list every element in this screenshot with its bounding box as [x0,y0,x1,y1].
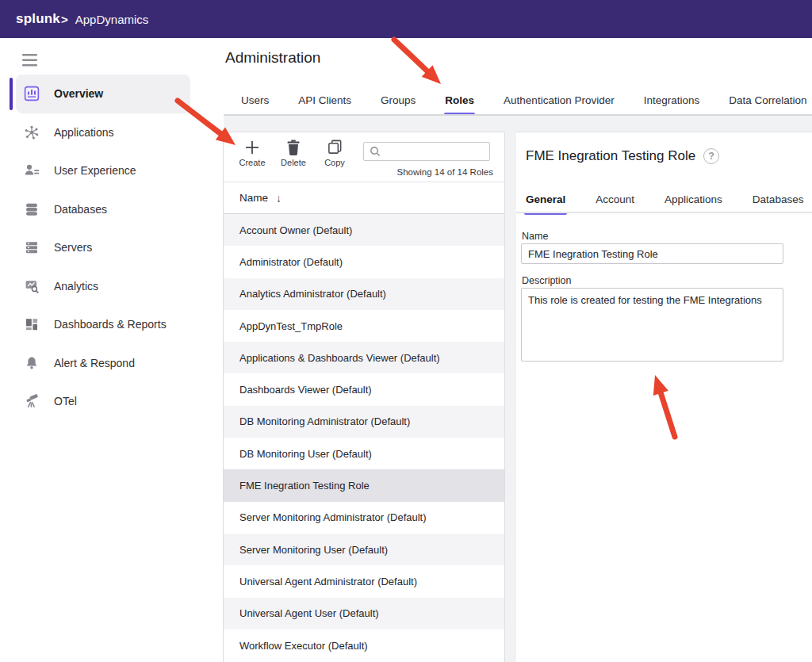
top-bar: splunk> AppDynamics [0,0,812,38]
role-name-text: Workflow Executor (Default) [239,640,368,652]
sidebar-item-label: Applications [54,126,114,139]
roles-panel: Create Delete Copy [223,132,505,662]
splunk-logo-caret: > [61,13,68,26]
sidebar-item-analytics[interactable]: Analytics [16,267,190,306]
role-name-text: DB Monitoring Administrator (Default) [239,415,410,427]
roles-list: Account Owner (Default)Administrator (De… [224,214,504,661]
tab-roles[interactable]: Roles [445,86,474,115]
page-title: Administration [225,49,320,67]
tab-integrations[interactable]: Integrations [644,86,700,115]
role-row-appdyntest-tmprole[interactable]: AppDynTest_TmpRole [224,310,504,342]
role-name-text: Universal Agent User (Default) [239,607,379,619]
otel-icon [24,393,40,409]
sidebar-item-dashboards-reports[interactable]: Dashboards & Reports [16,305,190,344]
roles-list-header: Name ↓ [224,182,504,214]
tab-api-clients[interactable]: API Clients [298,86,351,115]
role-detail-title-row: FME Inegration Testing Role ? [526,148,719,164]
tab-users[interactable]: Users [241,86,269,115]
annotation-arrow-roles-tab [394,40,441,84]
active-item-accent [10,78,13,110]
detail-tab-general[interactable]: General [526,185,565,213]
role-detail-panel: FME Inegration Testing Role ? GeneralAcc… [516,132,812,662]
dashboards-reports-icon [24,316,40,332]
sidebar-item-label: Alert & Respond [54,357,135,369]
role-name-text: Universal Agent Administrator (Default) [239,576,417,587]
role-description-textarea[interactable]: This role is created for testing the FME… [521,288,783,362]
sidebar-item-label: Servers [54,241,92,254]
product-name: AppDynamics [75,13,149,26]
trash-icon [285,138,301,156]
role-row-account-owner-default[interactable]: Account Owner (Default) [224,214,504,246]
hamburger-menu-icon[interactable] [22,54,38,67]
roles-toolbar: Create Delete Copy [224,132,504,182]
role-name-text: DB Monitoring User (Default) [239,448,372,460]
sidebar: OverviewApplicationsUser ExperienceDatab… [0,38,206,662]
role-name-text: Account Owner (Default) [239,224,352,236]
detail-tab-divider [516,212,812,213]
content-background-band [224,116,812,132]
role-row-applications-dashboards-viewer-default[interactable]: Applications & Dashboards Viewer (Defaul… [224,342,504,373]
tab-data-correlation[interactable]: Data Correlation [729,86,806,115]
user-experience-icon [24,163,40,178]
copy-button-label: Copy [324,158,345,167]
detail-tabs: GeneralAccountApplicationsDatabases [526,185,803,213]
sidebar-item-applications[interactable]: Applications [16,113,190,152]
delete-button[interactable]: Delete [274,138,312,167]
sidebar-item-overview[interactable]: Overview [16,75,190,113]
databases-icon [24,201,40,217]
role-name-input[interactable] [521,243,783,264]
sidebar-item-label: Databases [54,203,107,216]
role-row-workflow-executor-default[interactable]: Workflow Executor (Default) [224,629,504,661]
panel-gap [505,132,516,662]
analytics-icon [24,278,40,294]
search-icon [370,146,381,157]
search-input[interactable] [385,145,484,158]
role-name-text: FME Inegration Testing Role [239,480,370,492]
tab-groups[interactable]: Groups [381,86,416,115]
detail-tab-account[interactable]: Account [596,185,634,213]
alert-respond-icon [24,355,40,371]
admin-tabs: UsersAPI ClientsGroupsRolesAuthenticatio… [241,86,807,115]
sort-descending-icon[interactable]: ↓ [276,192,282,205]
role-row-server-monitoring-user-default[interactable]: Server Monitoring User (Default) [224,534,504,565]
splunk-logo: splunk [16,11,60,27]
role-row-db-monitoring-administrator-default[interactable]: DB Monitoring Administrator (Default) [224,406,504,438]
name-field-label: Name [522,231,548,242]
role-row-universal-agent-user-default[interactable]: Universal Agent User (Default) [224,598,504,629]
copy-button[interactable]: Copy [316,138,354,167]
applications-icon [24,124,40,140]
create-button-label: Create [239,158,265,167]
create-button[interactable]: Create [233,138,271,167]
copy-icon [327,138,343,156]
sidebar-item-label: OTel [54,395,77,408]
sidebar-item-servers[interactable]: Servers [16,228,190,267]
servers-icon [24,239,40,255]
name-column-header: Name [239,192,268,204]
delete-button-label: Delete [281,158,306,167]
role-name-text: Administrator (Default) [239,256,343,268]
role-row-fme-inegration-testing-role[interactable]: FME Inegration Testing Role [224,469,504,501]
detail-tab-databases[interactable]: Databases [753,185,804,213]
description-field-label: Description [522,275,572,286]
help-icon[interactable]: ? [703,148,719,164]
role-row-db-monitoring-user-default[interactable]: DB Monitoring User (Default) [224,438,504,469]
role-name-text: Dashboards Viewer (Default) [239,384,372,396]
sidebar-item-databases[interactable]: Databases [16,190,190,229]
role-row-dashboards-viewer-default[interactable]: Dashboards Viewer (Default) [224,373,504,405]
sidebar-item-label: Dashboards & Reports [54,318,167,331]
sidebar-item-alert-respond[interactable]: Alert & Respond [16,344,190,383]
role-name-text: Applications & Dashboards Viewer (Defaul… [239,352,440,364]
sidebar-item-otel[interactable]: OTel [16,382,190,421]
role-row-server-monitoring-administrator-default[interactable]: Server Monitoring Administrator (Default… [224,502,504,534]
role-row-universal-agent-administrator-default[interactable]: Universal Agent Administrator (Default) [224,565,504,597]
sidebar-item-label: User Experience [54,164,136,177]
sidebar-item-user-experience[interactable]: User Experience [16,151,190,190]
role-name-text: Analytics Administrator (Default) [239,288,386,300]
tab-authentication-provider[interactable]: Authentication Provider [504,86,615,115]
detail-tab-applications[interactable]: Applications [665,185,722,213]
role-detail-title: FME Inegration Testing Role [526,148,695,164]
role-name-text: Server Monitoring Administrator (Default… [239,511,427,523]
sidebar-nav: OverviewApplicationsUser ExperienceDatab… [0,75,206,421]
role-row-analytics-administrator-default[interactable]: Analytics Administrator (Default) [224,278,504,310]
role-row-administrator-default[interactable]: Administrator (Default) [224,246,504,277]
